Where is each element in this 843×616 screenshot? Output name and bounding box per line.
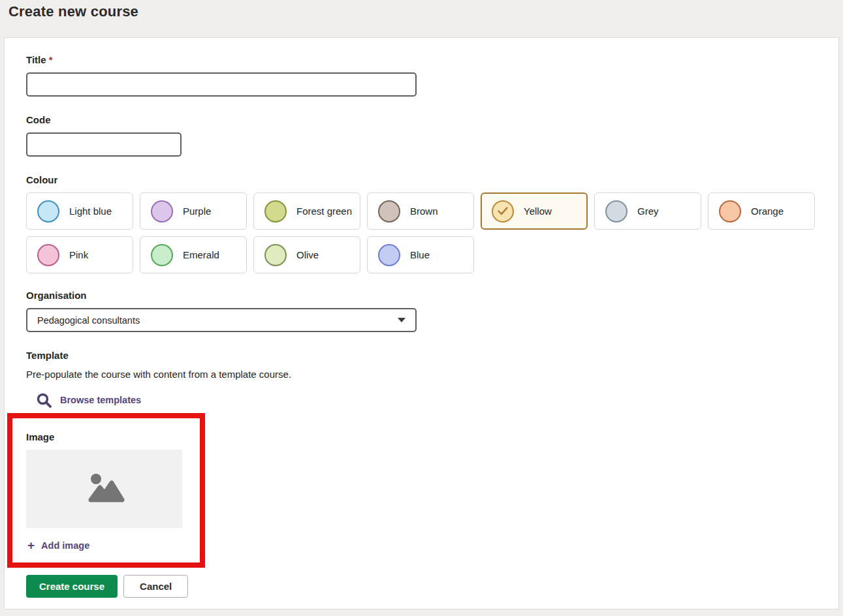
colour-option-brown[interactable]: Brown (367, 192, 474, 230)
code-label: Code (26, 114, 817, 126)
colour-option-label: Orange (751, 206, 784, 217)
colour-option-purple[interactable]: Purple (140, 192, 247, 230)
colour-option-label: Pink (69, 249, 88, 260)
add-image-button[interactable]: + Add image (27, 539, 817, 551)
image-placeholder-icon (83, 471, 126, 506)
colour-option-light-blue[interactable]: Light blue (26, 192, 133, 230)
title-label: Title * (26, 54, 817, 66)
title-label-text: Title (26, 54, 46, 65)
colour-dot-orange (719, 200, 741, 223)
colour-option-olive[interactable]: Olive (253, 236, 360, 273)
colour-option-orange[interactable]: Orange (708, 192, 815, 230)
create-course-button[interactable]: Create course (26, 575, 118, 598)
template-description: Pre-populate the course with content fro… (26, 368, 817, 380)
template-label: Template (26, 349, 817, 362)
colour-options: Light bluePurpleForest greenBrownYellowG… (26, 192, 820, 273)
create-course-form: Title * Code Colour Light bluePurpleFore… (4, 37, 839, 609)
image-placeholder (26, 450, 182, 528)
code-input[interactable] (26, 132, 182, 157)
colour-label: Colour (26, 174, 817, 186)
required-asterisk: * (49, 54, 53, 65)
chevron-down-icon (398, 318, 406, 322)
image-section: Image + Add image (26, 431, 817, 551)
page-title: Create new course (8, 3, 843, 20)
colour-dot-olive (264, 244, 287, 266)
colour-dot-blue (378, 244, 400, 266)
colour-option-emerald[interactable]: Emerald (140, 236, 247, 273)
title-input[interactable] (26, 72, 417, 97)
browse-templates-label: Browse templates (60, 395, 141, 405)
colour-dot-purple (151, 200, 173, 223)
colour-option-yellow[interactable]: Yellow (481, 192, 588, 230)
colour-option-label: Emerald (183, 249, 219, 260)
colour-dot-forest-green (264, 200, 287, 223)
colour-option-blue[interactable]: Blue (367, 236, 474, 273)
organisation-select[interactable]: Pedagogical consultants (26, 308, 417, 332)
colour-dot-grey (605, 200, 628, 223)
page-header: Create new course (0, 0, 843, 37)
colour-option-label: Blue (410, 249, 430, 260)
organisation-selected-value: Pedagogical consultants (37, 315, 140, 326)
colour-option-label: Olive (296, 249, 319, 260)
organisation-label: Organisation (26, 289, 817, 301)
colour-dot-light-blue (37, 200, 59, 223)
colour-option-label: Brown (410, 206, 438, 217)
colour-option-label: Forest green (296, 206, 352, 217)
colour-option-forest-green[interactable]: Forest green (253, 192, 360, 230)
form-actions: Create course Cancel (26, 575, 817, 598)
colour-dot-yellow (492, 200, 514, 223)
search-icon (37, 393, 52, 408)
colour-dot-pink (37, 244, 59, 266)
image-label: Image (26, 431, 817, 443)
colour-option-grey[interactable]: Grey (594, 192, 701, 230)
colour-option-pink[interactable]: Pink (26, 236, 133, 273)
colour-option-label: Yellow (524, 206, 552, 217)
colour-option-label: Grey (637, 206, 659, 217)
add-image-label: Add image (41, 540, 89, 551)
browse-templates-button[interactable]: Browse templates (37, 392, 817, 408)
cancel-button[interactable]: Cancel (123, 575, 188, 598)
colour-option-label: Light blue (69, 206, 112, 217)
plus-icon: + (27, 539, 35, 551)
check-icon (498, 207, 508, 215)
colour-dot-emerald (151, 244, 173, 266)
colour-dot-brown (378, 200, 400, 223)
colour-option-label: Purple (183, 206, 211, 217)
